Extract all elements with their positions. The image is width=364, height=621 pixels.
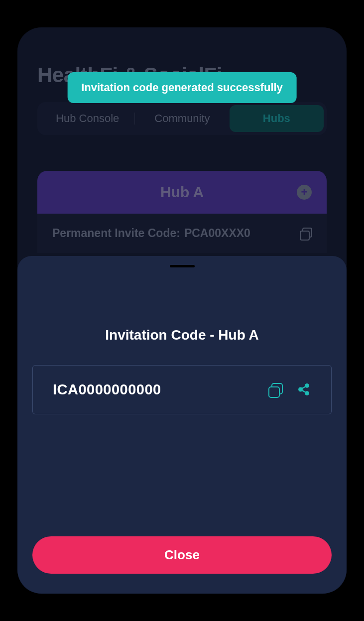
copy-icon[interactable] — [300, 228, 312, 240]
svg-point-0 — [305, 384, 309, 387]
hub-name: Hub A — [160, 184, 204, 201]
invitation-code-value: ICA0000000000 — [53, 381, 253, 398]
hub-card-header[interactable]: Hub A + — [37, 171, 327, 214]
tabs: Hub Console Community Hubs — [37, 102, 327, 135]
close-button[interactable]: Close — [32, 536, 332, 574]
tab-hub-console[interactable]: Hub Console — [40, 105, 134, 132]
toast-notification: Invitation code generated successfully — [67, 72, 297, 103]
svg-line-3 — [302, 386, 306, 388]
svg-point-1 — [299, 387, 302, 391]
app-frame: HealthFi & SocialFi Hub Console Communit… — [17, 27, 347, 594]
svg-line-4 — [302, 390, 306, 392]
sheet-handle[interactable] — [170, 265, 195, 267]
toast-message: Invitation code generated successfully — [81, 81, 283, 94]
invitation-code-box: ICA0000000000 — [32, 365, 332, 414]
permanent-invite-label: Permanent Invite Code: — [52, 227, 180, 240]
tab-community[interactable]: Community — [135, 105, 229, 132]
share-icon[interactable] — [297, 383, 311, 397]
modal-title: Invitation Code - Hub A — [32, 327, 332, 343]
plus-icon: + — [301, 186, 308, 199]
permanent-invite-row: Permanent Invite Code: PCA00XXX0 — [37, 214, 327, 253]
add-hub-button[interactable]: + — [297, 185, 312, 200]
permanent-invite-code: PCA00XXX0 — [184, 227, 250, 240]
tab-hubs[interactable]: Hubs — [230, 105, 324, 132]
copy-icon[interactable] — [268, 383, 282, 397]
svg-point-2 — [305, 391, 309, 395]
invitation-modal: Invitation Code - Hub A ICA0000000000 Cl… — [17, 256, 347, 594]
